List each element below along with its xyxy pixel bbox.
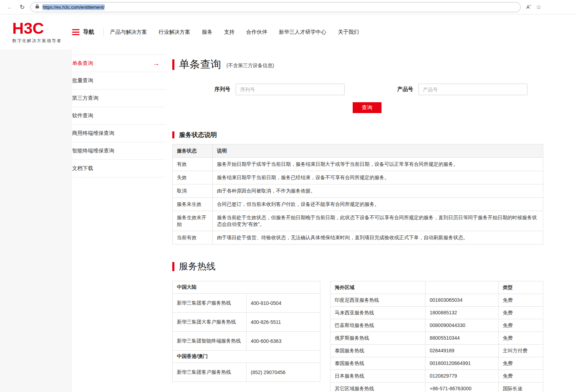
nav-item-industry[interactable]: 行业解决方案: [159, 29, 190, 35]
nav-item-talent-center[interactable]: 新华三人才研学中心: [279, 29, 326, 35]
overseas-type-header: 类型: [499, 281, 543, 294]
serial-input[interactable]: [236, 84, 345, 95]
product-input[interactable]: [418, 84, 527, 95]
hamburger-icon: [72, 29, 79, 35]
table-row: 新华三集团客户服务热线 (852) 29070456: [173, 363, 320, 382]
sidebar-item-smart-terminal-query[interactable]: 智能终端维保查询: [72, 142, 166, 160]
table-row: 服务未生效 合同已签订，但当前未收到客户付款，设备还不能享有合同所规定的服务。: [173, 198, 543, 211]
table-row: 泰国服务热线 001800120664991 免费: [331, 357, 543, 370]
nav-item-service[interactable]: 服务: [202, 29, 212, 35]
site-security-icon[interactable]: [35, 4, 39, 10]
overseas-number-header: [425, 281, 499, 294]
section-accent-bar: [172, 262, 174, 271]
overseas-region-header: 海外区域: [331, 281, 425, 294]
refresh-icon[interactable]: ↻: [18, 2, 27, 12]
site-header: H3C 数字化解决方案领导者 导航 产品与解决方案 行业解决方案 服务 支持 合…: [0, 14, 577, 50]
arrow-right-icon: →: [153, 60, 160, 67]
section-accent-bar: [172, 131, 174, 138]
back-icon[interactable]: ←: [5, 2, 14, 12]
status-column-header: 服务状态: [173, 144, 213, 158]
service-status-table: 服务状态 说明 有效 服务开始日期早于或等于当前日期，服务结束日期大于或等于当前…: [172, 144, 543, 244]
table-row: 失效 服务结束日期早于当前日期，服务已经结束，设备不可享有合同所规定的服务。: [173, 171, 543, 184]
nav-item-products[interactable]: 产品与解决方案: [110, 29, 147, 35]
browser-toolbar: ← ↻ https://es.h3c.com/entitlement/ Aʷ ☆: [0, 0, 577, 14]
address-bar[interactable]: https://es.h3c.com/entitlement/: [30, 2, 521, 12]
sidebar-item-software-query[interactable]: 软件查询: [72, 107, 166, 125]
logo-tagline: 数字化解决方案领导者: [12, 38, 72, 44]
nav-toggle-label: 导航: [83, 28, 94, 36]
table-row: 取消 由于各种原因合同被取消，不作为服务依据。: [173, 184, 543, 198]
table-row: 巴基斯坦服务热线 0080090044330 免费: [331, 319, 543, 332]
table-group-header: 中国大陆: [173, 281, 320, 294]
nav-item-support[interactable]: 支持: [224, 29, 235, 35]
left-gutter: [0, 50, 72, 392]
page-subtitle: (不含第三方设备信息): [226, 60, 274, 69]
nav-divider: [103, 28, 104, 36]
table-row: 有效 服务开始日期早于或等于当前日期，服务结束日期大于或等于当前日期，设备可以正…: [173, 158, 543, 171]
table-group-header: 中国香港/澳门: [173, 351, 320, 363]
overseas-hotline-table: 海外区域 类型 印度尼西亚服务热线 001803065034 免费 马来西亚服务…: [330, 281, 543, 392]
table-row: 其它区域服务热线 +86-571-86763000 国际长途: [331, 383, 543, 392]
page-body: 单条查询 → 批量查询 第三方查询 软件查询 商用终端维保查询 智能终端维保查询…: [0, 50, 577, 392]
status-section-title: 服务状态说明: [179, 131, 217, 139]
sidebar-item-commercial-terminal-query[interactable]: 商用终端维保查询: [72, 125, 166, 142]
sidebar-item-document-download[interactable]: 文档下载: [72, 160, 166, 177]
main-nav: 导航 产品与解决方案 行业解决方案 服务 支持 合作伙伴 新华三人才研学中心 关…: [72, 28, 371, 36]
table-row: 新华三集团客户服务热线 400-810-0504: [173, 294, 320, 313]
table-row: 当前有效 由于项目处于借货、待验收状态，无法确认具体维保结束时间，直到项目完成验…: [173, 231, 543, 244]
desc-column-header: 说明: [213, 144, 543, 158]
nav-item-about[interactable]: 关于我们: [338, 29, 359, 35]
main-content: 单条查询 (不含第三方设备信息) 序列号 产品号 查询 服务状态说明 服务状态 …: [172, 50, 543, 392]
table-row: 泰国服务热线 028449189 主叫方付费: [331, 345, 543, 357]
page-title: 单条查询: [179, 57, 221, 72]
nav-toggle[interactable]: 导航: [72, 28, 94, 36]
sidebar: 单条查询 → 批量查询 第三方查询 软件查询 商用终端维保查询 智能终端维保查询…: [72, 50, 166, 392]
h3c-logo[interactable]: H3C: [12, 20, 72, 36]
table-row: 服务生效未开始 服务当前处于生效状态，但服务开始日期晚于当前日期，此状态下设备不…: [173, 211, 543, 231]
table-row: 新华三集团大客户服务热线 400-826-5511: [173, 313, 320, 332]
table-header-row: 服务状态 说明: [173, 144, 543, 158]
table-row: 日本服务热线 0120829779 免费: [331, 370, 543, 383]
url-text[interactable]: https://es.h3c.com/entitlement/: [43, 5, 104, 10]
title-accent-bar: [172, 59, 174, 70]
product-label: 产品号: [397, 86, 413, 93]
table-row: 俄罗斯服务热线 88005510344 免费: [331, 332, 543, 345]
table-row: 马来西亚服务热线 1800885132 免费: [331, 307, 543, 319]
serial-label: 序列号: [214, 86, 230, 93]
table-header-row: 海外区域 类型: [331, 281, 543, 294]
sidebar-item-third-party-query[interactable]: 第三方查询: [72, 90, 166, 107]
query-button[interactable]: 查询: [353, 102, 382, 113]
china-hotline-table: 中国大陆 新华三集团客户服务热线 400-810-0504 新华三集团大客户服务…: [172, 281, 320, 382]
read-aloud-icon[interactable]: Aʷ: [526, 4, 531, 10]
nav-item-partners[interactable]: 合作伙伴: [246, 29, 267, 35]
favorite-star-icon[interactable]: ☆: [536, 4, 541, 11]
hotline-section-title: 服务热线: [179, 260, 216, 273]
table-row: 印度尼西亚服务热线 001803065034 免费: [331, 294, 543, 307]
sidebar-item-single-query[interactable]: 单条查询 →: [72, 54, 166, 72]
query-form: 序列号 产品号: [172, 84, 543, 95]
sidebar-item-batch-query[interactable]: 批量查询: [72, 72, 166, 90]
table-row: 新华三集团智能终端服务热线 400-600-6363: [173, 332, 320, 351]
